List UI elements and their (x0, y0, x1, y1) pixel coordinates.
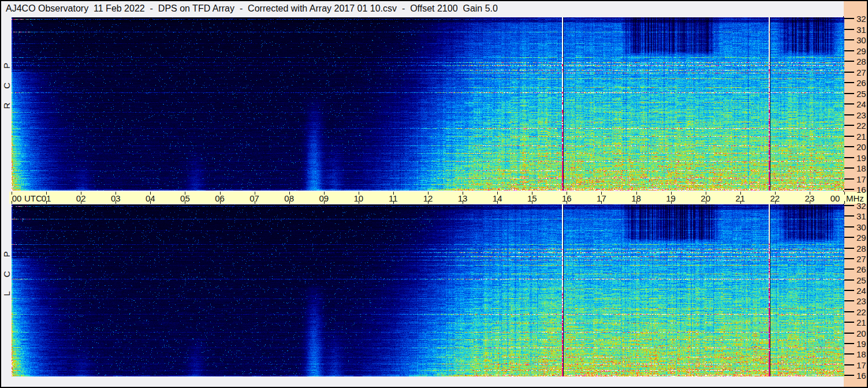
freq-tick (844, 114, 854, 115)
freq-tick-label: 27 (856, 253, 866, 263)
freq-tick (844, 18, 854, 19)
app-frame: AJ4CO Observatory 11 Feb 2022 - DPS on T… (0, 0, 868, 388)
time-label: 12 (423, 193, 433, 203)
freq-tick-label: 17 (856, 360, 866, 370)
freq-tick-label: 28 (856, 57, 866, 66)
freq-tick-label: 26 (856, 78, 866, 88)
freq-tick (844, 364, 854, 365)
freq-tick (844, 178, 854, 180)
freq-tick (844, 93, 854, 94)
freq-tick (844, 237, 854, 238)
freq-tick (844, 157, 854, 158)
rcp-panel-label: RCP (2, 98, 12, 109)
freq-tick-label: 26 (856, 264, 866, 274)
time-label: 00 (830, 193, 840, 203)
time-label: 08 (284, 193, 294, 203)
time-tick (844, 201, 845, 204)
freq-tick (844, 29, 854, 30)
freq-tick-label: 31 (856, 24, 866, 34)
time-label: 06 (215, 193, 225, 203)
freq-tick (844, 125, 854, 126)
freq-tick (844, 146, 854, 147)
freq-tick (844, 189, 854, 190)
freq-tick-label: 16 (856, 371, 866, 380)
freq-tick (844, 279, 854, 281)
freq-tick-label: 32 (856, 14, 866, 24)
lcp-panel-label: LCP (2, 285, 12, 296)
time-label: 10 (353, 193, 363, 203)
freq-tick (844, 248, 854, 249)
time-label: 19 (666, 193, 676, 203)
time-label: 20 (701, 193, 710, 203)
freq-tick (844, 61, 854, 62)
freq-tick (844, 290, 854, 291)
time-axis: 0001020304050607080910111213141516171819… (9, 192, 867, 204)
freq-tick (844, 50, 854, 51)
freq-tick-label: 29 (856, 46, 866, 55)
freq-tick-label: 31 (856, 211, 866, 221)
freq-tick (844, 82, 854, 83)
time-label: 00 (12, 193, 22, 203)
freq-tick-label: 16 (856, 185, 866, 195)
time-label: 07 (249, 193, 259, 203)
time-label: 16 (562, 193, 572, 203)
freq-tick-label: 18 (856, 349, 866, 359)
freq-tick-label: 21 (856, 131, 866, 141)
title-bar: AJ4CO Observatory 11 Feb 2022 - DPS on T… (1, 1, 844, 16)
freq-tick-label: 18 (856, 163, 866, 173)
time-label: 15 (527, 193, 537, 203)
time-label: 04 (146, 193, 155, 203)
freq-tick (844, 322, 854, 323)
page-title: AJ4CO Observatory 11 Feb 2022 - DPS on T… (6, 3, 498, 14)
freq-tick (844, 268, 854, 270)
freq-tick-label: 32 (856, 201, 866, 211)
time-label: 18 (631, 193, 641, 203)
freq-tick-label: 20 (856, 142, 866, 152)
freq-tick-label: 27 (856, 67, 866, 77)
time-tick (844, 192, 845, 195)
freq-tick (844, 353, 854, 355)
freq-tick-label: 21 (856, 318, 866, 327)
time-label: 14 (493, 193, 502, 203)
time-label: 03 (111, 193, 121, 203)
freq-tick-label: 22 (856, 307, 866, 316)
freq-tick (844, 300, 854, 301)
freq-tick (844, 103, 854, 105)
freq-tick (844, 215, 854, 217)
freq-tick-label: 30 (856, 222, 866, 232)
freq-tick-label: 28 (856, 243, 866, 253)
freq-tick-label: 23 (856, 110, 866, 120)
freq-tick-label: 19 (856, 152, 866, 162)
freq-tick (844, 167, 854, 169)
freq-tick-label: 24 (856, 286, 866, 296)
time-label: 01 (42, 193, 51, 203)
freq-tick-label: 20 (856, 328, 866, 338)
time-label: 11 (389, 193, 398, 203)
freq-tick-label: 24 (856, 99, 866, 109)
freq-tick (844, 39, 854, 40)
spectrogram-rcp (12, 17, 844, 191)
freq-tick-label: 22 (856, 121, 866, 130)
freq-tick (844, 258, 854, 259)
freq-tick (844, 333, 854, 334)
freq-tick-label: 29 (856, 233, 866, 242)
freq-tick-label: 19 (856, 338, 866, 348)
time-label: 21 (735, 193, 745, 203)
time-label: 13 (458, 193, 468, 203)
time-label: 05 (180, 193, 190, 203)
freq-tick-label: 25 (856, 275, 866, 285)
freq-tick-label: 17 (856, 174, 866, 184)
time-label: 02 (76, 193, 86, 203)
freq-tick (844, 311, 854, 312)
freq-tick (844, 375, 854, 376)
freq-tick (844, 205, 854, 206)
time-label: 23 (805, 193, 815, 203)
freq-tick (844, 136, 854, 137)
time-label: 22 (770, 193, 780, 203)
freq-tick-label: 25 (856, 88, 866, 98)
freq-tick (844, 226, 854, 227)
time-label: 09 (319, 193, 329, 203)
freq-tick (844, 343, 854, 344)
utc-unit-label: UTC (24, 193, 42, 203)
freq-tick-label: 30 (856, 35, 866, 45)
